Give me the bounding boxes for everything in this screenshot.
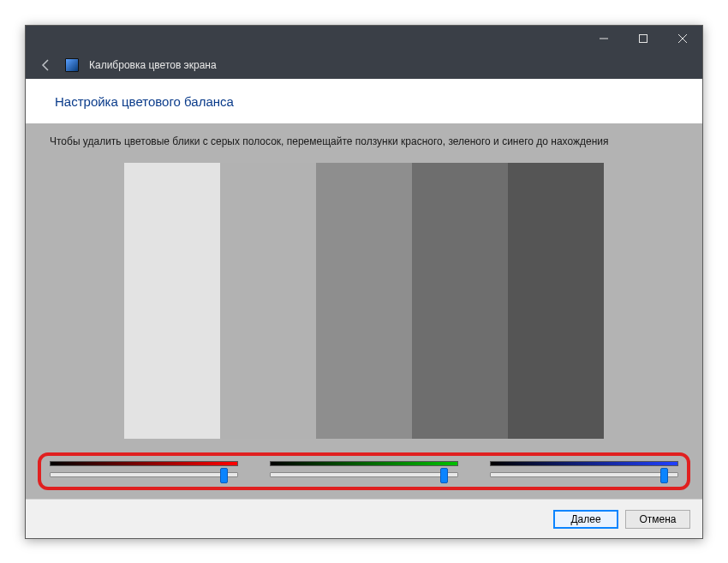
red-thumb[interactable] <box>220 468 228 483</box>
footer: Далее Отмена <box>26 499 702 538</box>
red-track <box>50 472 238 477</box>
calibration-window: Калибровка цветов экрана Настройка цвето… <box>25 25 703 539</box>
blue-gradient <box>490 461 678 466</box>
gray-bar-2 <box>220 163 316 439</box>
app-title: Калибровка цветов экрана <box>89 59 217 71</box>
back-arrow-icon <box>39 58 53 72</box>
navbar: Калибровка цветов экрана <box>26 51 702 79</box>
header-strip: Настройка цветового баланса <box>26 79 702 123</box>
green-thumb[interactable] <box>440 468 448 483</box>
app-icon <box>65 58 79 72</box>
back-button[interactable] <box>38 57 55 74</box>
gray-bar-1 <box>124 163 220 439</box>
minimize-button[interactable] <box>584 26 624 51</box>
red-slider[interactable] <box>50 459 238 483</box>
blue-track <box>490 472 678 477</box>
blue-slider[interactable] <box>490 459 678 483</box>
gray-bar-3 <box>316 163 412 439</box>
gray-bar-sample <box>124 163 604 439</box>
content-area: Чтобы удалить цветовые блики с серых пол… <box>26 123 702 499</box>
blue-thumb[interactable] <box>660 468 668 483</box>
gray-bar-5 <box>508 163 604 439</box>
sliders-highlight <box>38 452 690 490</box>
close-button[interactable] <box>663 26 702 51</box>
page-title: Настройка цветового баланса <box>55 94 234 109</box>
svg-rect-1 <box>640 35 647 43</box>
minimize-icon <box>600 34 608 43</box>
titlebar <box>26 26 702 51</box>
instruction-text: Чтобы удалить цветовые блики с серых пол… <box>50 135 678 147</box>
green-track <box>270 472 458 477</box>
gray-bar-4 <box>412 163 508 439</box>
green-slider[interactable] <box>270 459 458 483</box>
maximize-icon <box>639 34 647 43</box>
green-gradient <box>270 461 458 466</box>
next-button[interactable]: Далее <box>553 510 618 529</box>
red-gradient <box>50 461 238 466</box>
cancel-button[interactable]: Отмена <box>625 510 690 529</box>
close-icon <box>678 34 687 43</box>
maximize-button[interactable] <box>624 26 663 51</box>
